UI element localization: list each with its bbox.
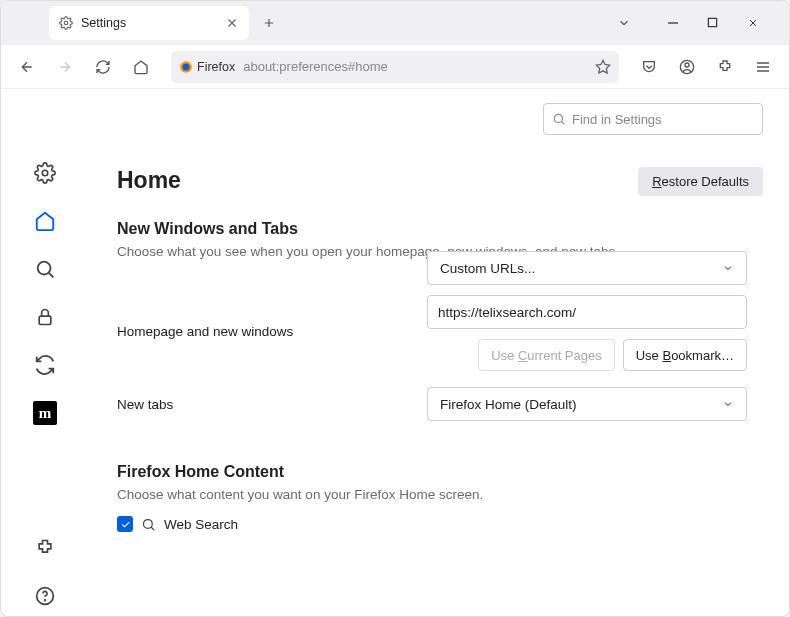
section-new-windows-title: New Windows and Tabs bbox=[117, 220, 763, 238]
section-home-content-title: Firefox Home Content bbox=[117, 463, 763, 481]
homepage-mode-select[interactable]: Custom URLs... bbox=[427, 251, 747, 285]
sidebar-more[interactable]: m bbox=[25, 393, 65, 433]
tabs-dropdown[interactable] bbox=[617, 16, 647, 30]
sidebar-extensions[interactable] bbox=[25, 528, 65, 568]
find-placeholder: Find in Settings bbox=[572, 112, 662, 127]
content-area: m Find in Settings Home Restore Defaults… bbox=[1, 89, 789, 616]
web-search-label: Web Search bbox=[164, 517, 238, 532]
account-button[interactable] bbox=[671, 51, 703, 83]
url-text: about:preferences#home bbox=[243, 59, 587, 74]
homepage-mode-value: Custom URLs... bbox=[440, 261, 535, 276]
svg-point-7 bbox=[38, 262, 51, 275]
check-icon bbox=[120, 519, 131, 530]
use-current-pages-button[interactable]: Use Current Pages bbox=[478, 339, 615, 371]
close-button[interactable] bbox=[747, 17, 767, 29]
sidebar-sync[interactable] bbox=[25, 345, 65, 385]
svg-rect-8 bbox=[39, 316, 51, 324]
home-button[interactable] bbox=[125, 51, 157, 83]
svg-point-10 bbox=[45, 600, 46, 601]
svg-point-12 bbox=[144, 519, 153, 528]
tab-title: Settings bbox=[81, 16, 217, 30]
restore-defaults-button[interactable]: Restore Defaults bbox=[638, 167, 763, 196]
extensions-button[interactable] bbox=[709, 51, 741, 83]
maximize-button[interactable] bbox=[707, 17, 727, 29]
newtabs-label: New tabs bbox=[117, 397, 427, 412]
settings-main: Find in Settings Home Restore Defaults N… bbox=[89, 89, 789, 616]
sidebar-search[interactable] bbox=[25, 249, 65, 289]
search-icon bbox=[141, 517, 156, 532]
svg-point-6 bbox=[42, 170, 48, 176]
titlebar: Settings bbox=[1, 1, 789, 45]
window-controls bbox=[667, 17, 783, 29]
badge-text: Firefox bbox=[197, 60, 235, 74]
newtabs-value: Firefox Home (Default) bbox=[440, 397, 577, 412]
sidebar-privacy[interactable] bbox=[25, 297, 65, 337]
pocket-button[interactable] bbox=[633, 51, 665, 83]
new-tab-button[interactable] bbox=[255, 9, 283, 37]
svg-point-11 bbox=[554, 114, 562, 122]
newtabs-select[interactable]: Firefox Home (Default) bbox=[427, 387, 747, 421]
homepage-url-input[interactable] bbox=[427, 295, 747, 329]
minimize-button[interactable] bbox=[667, 17, 687, 29]
web-search-option[interactable]: Web Search bbox=[117, 516, 763, 532]
gear-icon bbox=[59, 16, 73, 30]
forward-button[interactable] bbox=[49, 51, 81, 83]
sidebar-help[interactable] bbox=[25, 576, 65, 616]
search-icon bbox=[552, 112, 566, 126]
m-icon: m bbox=[33, 401, 57, 425]
reload-button[interactable] bbox=[87, 51, 119, 83]
sidebar-home[interactable] bbox=[25, 201, 65, 241]
svg-point-3 bbox=[183, 63, 190, 70]
menu-button[interactable] bbox=[747, 51, 779, 83]
firefox-logo-icon bbox=[179, 60, 193, 74]
svg-point-0 bbox=[64, 21, 68, 25]
close-icon[interactable] bbox=[225, 16, 239, 30]
homepage-label: Homepage and new windows bbox=[117, 324, 427, 339]
app-window: Settings Firefox about:preferences#home bbox=[0, 0, 790, 617]
web-search-checkbox[interactable] bbox=[117, 516, 133, 532]
url-bar[interactable]: Firefox about:preferences#home bbox=[171, 51, 619, 83]
settings-sidebar: m bbox=[1, 89, 89, 616]
toolbar: Firefox about:preferences#home bbox=[1, 45, 789, 89]
chevron-down-icon bbox=[722, 398, 734, 410]
svg-rect-1 bbox=[708, 18, 716, 26]
sidebar-general[interactable] bbox=[25, 153, 65, 193]
section-home-content-desc: Choose what content you want on your Fir… bbox=[117, 487, 763, 502]
back-button[interactable] bbox=[11, 51, 43, 83]
find-settings-input[interactable]: Find in Settings bbox=[543, 103, 763, 135]
use-bookmark-button[interactable]: Use Bookmark… bbox=[623, 339, 747, 371]
svg-point-5 bbox=[685, 63, 689, 67]
browser-tab[interactable]: Settings bbox=[49, 6, 249, 40]
firefox-badge: Firefox bbox=[179, 60, 235, 74]
chevron-down-icon bbox=[722, 262, 734, 274]
bookmark-star-icon[interactable] bbox=[595, 59, 611, 75]
